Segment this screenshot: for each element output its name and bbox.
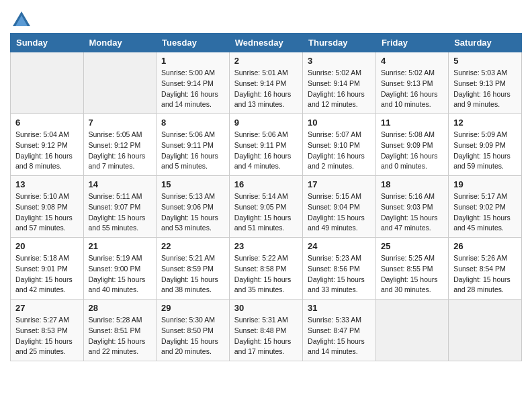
day-header-friday: Friday	[375, 34, 448, 52]
logo	[10, 10, 33, 26]
day-info: Sunrise: 5:26 AMSunset: 8:54 PMDaylight:…	[453, 253, 517, 295]
calendar-cell: 29Sunrise: 5:30 AMSunset: 8:50 PMDayligh…	[157, 300, 230, 361]
day-header-thursday: Thursday	[303, 34, 376, 52]
calendar-cell: 6Sunrise: 5:04 AMSunset: 9:12 PMDaylight…	[11, 114, 84, 176]
day-header-monday: Monday	[83, 34, 157, 52]
day-number: 19	[453, 179, 517, 189]
day-info: Sunrise: 5:06 AMSunset: 9:11 PMDaylight:…	[234, 130, 298, 172]
day-info: Sunrise: 5:11 AMSunset: 9:07 PMDaylight:…	[89, 191, 152, 234]
day-number: 7	[89, 118, 152, 128]
day-number: 30	[234, 303, 298, 313]
calendar-cell: 14Sunrise: 5:11 AMSunset: 9:07 PMDayligh…	[83, 176, 157, 238]
day-info: Sunrise: 5:08 AMSunset: 9:09 PMDaylight:…	[381, 130, 443, 172]
day-number: 15	[161, 179, 224, 189]
day-header-wednesday: Wednesday	[229, 34, 302, 52]
day-number: 23	[234, 241, 298, 251]
day-number: 17	[308, 179, 371, 189]
day-info: Sunrise: 5:05 AMSunset: 9:12 PMDaylight:…	[89, 130, 152, 172]
day-number: 24	[308, 241, 371, 251]
day-info: Sunrise: 5:13 AMSunset: 9:06 PMDaylight:…	[161, 191, 224, 234]
day-info: Sunrise: 5:28 AMSunset: 8:51 PMDaylight:…	[89, 315, 152, 357]
day-info: Sunrise: 5:21 AMSunset: 8:59 PMDaylight:…	[161, 253, 224, 295]
calendar-cell: 17Sunrise: 5:15 AMSunset: 9:04 PMDayligh…	[303, 176, 376, 238]
day-number: 12	[453, 118, 517, 128]
day-info: Sunrise: 5:09 AMSunset: 9:09 PMDaylight:…	[453, 130, 517, 172]
day-number: 8	[161, 118, 224, 128]
day-number: 28	[89, 303, 152, 313]
logo-text	[10, 10, 33, 29]
calendar-cell: 2Sunrise: 5:01 AMSunset: 9:14 PMDaylight…	[229, 52, 302, 114]
day-info: Sunrise: 5:06 AMSunset: 9:11 PMDaylight:…	[161, 130, 224, 172]
day-info: Sunrise: 5:02 AMSunset: 9:14 PMDaylight:…	[308, 68, 371, 110]
day-number: 29	[161, 303, 224, 313]
day-number: 2	[234, 56, 298, 66]
day-info: Sunrise: 5:14 AMSunset: 9:05 PMDaylight:…	[234, 191, 298, 234]
day-number: 1	[161, 56, 224, 66]
day-info: Sunrise: 5:19 AMSunset: 9:00 PMDaylight:…	[89, 253, 152, 295]
calendar-cell: 18Sunrise: 5:16 AMSunset: 9:03 PMDayligh…	[375, 176, 448, 238]
calendar-week-2: 6Sunrise: 5:04 AMSunset: 9:12 PMDaylight…	[11, 114, 522, 176]
calendar-cell: 12Sunrise: 5:09 AMSunset: 9:09 PMDayligh…	[449, 114, 522, 176]
calendar-cell: 3Sunrise: 5:02 AMSunset: 9:14 PMDaylight…	[303, 52, 376, 114]
day-info: Sunrise: 5:01 AMSunset: 9:14 PMDaylight:…	[234, 68, 298, 110]
day-info: Sunrise: 5:18 AMSunset: 9:01 PMDaylight:…	[15, 253, 79, 295]
day-number: 25	[381, 241, 443, 251]
calendar-cell: 15Sunrise: 5:13 AMSunset: 9:06 PMDayligh…	[157, 176, 230, 238]
day-info: Sunrise: 5:04 AMSunset: 9:12 PMDaylight:…	[15, 130, 79, 172]
day-info: Sunrise: 5:33 AMSunset: 8:47 PMDaylight:…	[308, 315, 371, 357]
calendar-cell: 21Sunrise: 5:19 AMSunset: 9:00 PMDayligh…	[83, 238, 157, 300]
day-info: Sunrise: 5:07 AMSunset: 9:10 PMDaylight:…	[308, 130, 371, 172]
day-number: 11	[381, 118, 443, 128]
day-number: 6	[15, 118, 79, 128]
calendar-cell	[83, 52, 157, 114]
calendar-cell: 8Sunrise: 5:06 AMSunset: 9:11 PMDaylight…	[157, 114, 230, 176]
day-info: Sunrise: 5:15 AMSunset: 9:04 PMDaylight:…	[308, 191, 371, 234]
calendar-cell: 22Sunrise: 5:21 AMSunset: 8:59 PMDayligh…	[157, 238, 230, 300]
calendar-cell: 27Sunrise: 5:27 AMSunset: 8:53 PMDayligh…	[11, 300, 84, 361]
day-header-saturday: Saturday	[449, 34, 522, 52]
calendar-week-5: 27Sunrise: 5:27 AMSunset: 8:53 PMDayligh…	[11, 300, 522, 361]
day-number: 5	[453, 56, 517, 66]
calendar-cell: 11Sunrise: 5:08 AMSunset: 9:09 PMDayligh…	[375, 114, 448, 176]
day-info: Sunrise: 5:10 AMSunset: 9:08 PMDaylight:…	[15, 191, 79, 234]
calendar-header-row: SundayMondayTuesdayWednesdayThursdayFrid…	[11, 34, 522, 52]
day-info: Sunrise: 5:27 AMSunset: 8:53 PMDaylight:…	[15, 315, 79, 357]
day-number: 16	[234, 179, 298, 189]
day-info: Sunrise: 5:02 AMSunset: 9:13 PMDaylight:…	[381, 68, 443, 110]
day-number: 20	[15, 241, 79, 251]
calendar-cell: 26Sunrise: 5:26 AMSunset: 8:54 PMDayligh…	[449, 238, 522, 300]
calendar-week-4: 20Sunrise: 5:18 AMSunset: 9:01 PMDayligh…	[11, 238, 522, 300]
calendar-cell: 25Sunrise: 5:25 AMSunset: 8:55 PMDayligh…	[375, 238, 448, 300]
day-info: Sunrise: 5:03 AMSunset: 9:13 PMDaylight:…	[453, 68, 517, 110]
calendar-cell: 19Sunrise: 5:17 AMSunset: 9:02 PMDayligh…	[449, 176, 522, 238]
day-info: Sunrise: 5:17 AMSunset: 9:02 PMDaylight:…	[453, 191, 517, 234]
day-number: 4	[381, 56, 443, 66]
day-info: Sunrise: 5:23 AMSunset: 8:56 PMDaylight:…	[308, 253, 371, 295]
calendar-cell: 9Sunrise: 5:06 AMSunset: 9:11 PMDaylight…	[229, 114, 302, 176]
calendar-cell: 5Sunrise: 5:03 AMSunset: 9:13 PMDaylight…	[449, 52, 522, 114]
calendar-cell: 28Sunrise: 5:28 AMSunset: 8:51 PMDayligh…	[83, 300, 157, 361]
day-number: 3	[308, 56, 371, 66]
calendar-cell: 4Sunrise: 5:02 AMSunset: 9:13 PMDaylight…	[375, 52, 448, 114]
day-number: 21	[89, 241, 152, 251]
day-number: 13	[15, 179, 79, 189]
day-header-tuesday: Tuesday	[157, 34, 230, 52]
calendar-cell: 1Sunrise: 5:00 AMSunset: 9:14 PMDaylight…	[157, 52, 230, 114]
day-info: Sunrise: 5:00 AMSunset: 9:14 PMDaylight:…	[161, 68, 224, 110]
day-number: 14	[89, 179, 152, 189]
calendar-cell: 24Sunrise: 5:23 AMSunset: 8:56 PMDayligh…	[303, 238, 376, 300]
calendar-table: SundayMondayTuesdayWednesdayThursdayFrid…	[10, 33, 522, 361]
day-number: 31	[308, 303, 371, 313]
calendar-cell	[375, 300, 448, 361]
day-number: 26	[453, 241, 517, 251]
calendar-cell: 23Sunrise: 5:22 AMSunset: 8:58 PMDayligh…	[229, 238, 302, 300]
calendar-cell	[11, 52, 84, 114]
calendar-week-3: 13Sunrise: 5:10 AMSunset: 9:08 PMDayligh…	[11, 176, 522, 238]
day-number: 22	[161, 241, 224, 251]
calendar-cell: 30Sunrise: 5:31 AMSunset: 8:48 PMDayligh…	[229, 300, 302, 361]
calendar-cell: 10Sunrise: 5:07 AMSunset: 9:10 PMDayligh…	[303, 114, 376, 176]
calendar-cell	[449, 300, 522, 361]
day-info: Sunrise: 5:16 AMSunset: 9:03 PMDaylight:…	[381, 191, 443, 234]
day-number: 10	[308, 118, 371, 128]
day-header-sunday: Sunday	[11, 34, 84, 52]
